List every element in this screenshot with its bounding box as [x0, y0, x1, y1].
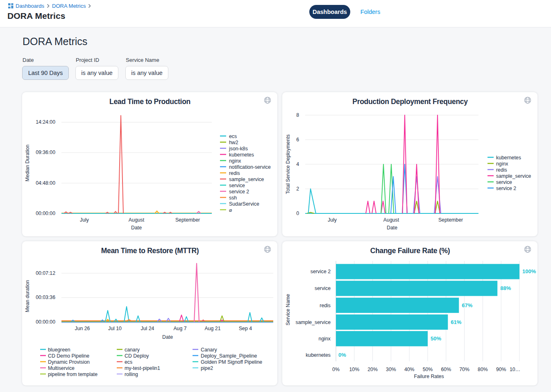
svg-text:July: July	[328, 217, 337, 223]
svg-text:kubernetes: kubernetes	[306, 352, 331, 358]
svg-text:10%: 10%	[349, 367, 359, 372]
svg-text:nginx: nginx	[229, 158, 241, 164]
svg-text:hw2: hw2	[229, 140, 238, 145]
svg-text:09:36:00: 09:36:00	[36, 150, 55, 155]
svg-text:00:00:00: 00:00:00	[36, 319, 55, 325]
svg-text:August: August	[383, 217, 399, 223]
svg-text:Failure Rates: Failure Rates	[414, 374, 444, 379]
svg-text:nginx: nginx	[496, 161, 508, 167]
svg-text:canary: canary	[125, 347, 140, 353]
svg-text:pipeline from template: pipeline from template	[48, 372, 98, 377]
svg-text:Production Deployment Frequenc: Production Deployment Frequency	[352, 97, 468, 106]
svg-text:Golden PM Signoff Pipeline: Golden PM Signoff Pipeline	[201, 359, 262, 365]
svg-text:sample_service: sample_service	[229, 177, 264, 182]
svg-text:July: July	[80, 217, 89, 223]
svg-text:Canary: Canary	[201, 347, 217, 353]
svg-text:ecs: ecs	[229, 134, 237, 139]
svg-text:redis: redis	[320, 303, 331, 308]
svg-text:88%: 88%	[500, 285, 511, 291]
svg-text:json-k8s: json-k8s	[229, 146, 248, 152]
svg-text:14:24:00: 14:24:00	[36, 119, 55, 125]
svg-text:sample_service: sample_service	[296, 319, 331, 325]
svg-text:⌀: ⌀	[229, 207, 232, 213]
svg-text:Date: Date	[387, 225, 397, 231]
svg-text:90%: 90%	[496, 367, 506, 372]
svg-text:00:00:00: 00:00:00	[36, 211, 55, 216]
svg-text:Jul 24: Jul 24	[141, 326, 154, 331]
svg-text:0: 0	[296, 211, 299, 216]
svg-text:00:07:12: 00:07:12	[36, 270, 55, 276]
svg-text:30%: 30%	[386, 367, 396, 372]
svg-text:Multiservice: Multiservice	[48, 365, 75, 371]
svg-text:CD Deploy: CD Deploy	[125, 353, 149, 359]
svg-text:2: 2	[296, 186, 299, 192]
svg-text:service: service	[229, 183, 245, 188]
svg-text:50%: 50%	[423, 367, 433, 372]
svg-text:8: 8	[296, 112, 299, 118]
svg-text:kubernetes: kubernetes	[496, 155, 521, 161]
svg-text:service 2: service 2	[311, 269, 331, 274]
svg-text:Jul 10: Jul 10	[108, 326, 122, 331]
svg-text:80%: 80%	[478, 367, 488, 372]
svg-text:Lead Time to Production: Lead Time to Production	[109, 97, 190, 106]
svg-text:ssh: ssh	[229, 195, 237, 201]
svg-text:Jun 26: Jun 26	[75, 326, 90, 331]
svg-text:my-test-pipelin1: my-test-pipelin1	[125, 365, 160, 371]
svg-text:service: service	[496, 179, 512, 185]
svg-text:Aug 7: Aug 7	[173, 326, 186, 331]
svg-text:August: August	[129, 217, 145, 223]
svg-text:CD Demo Pipeline: CD Demo Pipeline	[48, 353, 89, 359]
svg-text:redis: redis	[496, 167, 507, 173]
svg-text:100%: 100%	[522, 268, 536, 274]
svg-text:20%: 20%	[367, 367, 378, 372]
svg-text:60%: 60%	[441, 367, 451, 372]
svg-text:00:03:36: 00:03:36	[36, 295, 55, 300]
svg-text:kubernetes: kubernetes	[229, 152, 254, 158]
svg-text:Deploy_Sample_Pipeline: Deploy_Sample_Pipeline	[201, 353, 257, 359]
svg-text:Mean duration: Mean duration	[25, 280, 30, 313]
svg-text:redis: redis	[229, 170, 240, 176]
svg-text:61%: 61%	[451, 319, 461, 325]
svg-text:Service Name: Service Name	[285, 294, 291, 325]
svg-text:sample_service: sample_service	[496, 173, 531, 179]
svg-text:Aug 21: Aug 21	[205, 326, 221, 331]
svg-text:0%: 0%	[332, 367, 340, 372]
svg-text:Date: Date	[131, 225, 142, 231]
svg-text:September: September	[175, 217, 200, 223]
svg-text:10…: 10…	[510, 367, 520, 372]
svg-text:Date: Date	[162, 334, 173, 340]
svg-text:70%: 70%	[459, 367, 469, 372]
svg-text:4: 4	[296, 161, 299, 167]
svg-text:0%: 0%	[338, 352, 346, 358]
svg-text:service 2: service 2	[229, 189, 249, 195]
svg-text:pipe2: pipe2	[201, 365, 213, 371]
svg-text:Change Failure Rate (%): Change Failure Rate (%)	[370, 247, 450, 255]
svg-text:Dynamic Provision: Dynamic Provision	[48, 359, 90, 365]
svg-text:service: service	[315, 286, 331, 291]
svg-text:SudarService: SudarService	[229, 201, 259, 207]
svg-text:rolling: rolling	[125, 372, 138, 377]
svg-text:ecs: ecs	[125, 359, 132, 365]
svg-text:Mean Time to Restore (MTTR): Mean Time to Restore (MTTR)	[101, 247, 199, 255]
svg-text:nginx: nginx	[319, 336, 331, 342]
svg-text:6: 6	[296, 137, 299, 143]
svg-text:service 2: service 2	[496, 186, 516, 191]
svg-text:40%: 40%	[404, 367, 415, 372]
svg-text:Sep 4: Sep 4	[239, 326, 252, 331]
svg-text:04:48:00: 04:48:00	[36, 180, 55, 186]
svg-text:September: September	[438, 217, 463, 223]
svg-text:notification-service: notification-service	[229, 164, 271, 170]
svg-text:bluegreen: bluegreen	[48, 347, 70, 353]
svg-text:Median Duration: Median Duration	[25, 145, 30, 181]
svg-text:67%: 67%	[462, 302, 472, 308]
svg-text:Total Service Deployments: Total Service Deployments	[285, 134, 291, 194]
svg-text:50%: 50%	[431, 335, 441, 342]
